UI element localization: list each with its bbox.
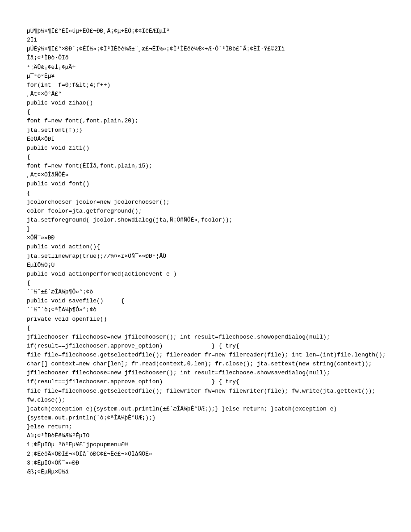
code-line: font f=new font(,font.plain,20); [27,117,393,126]
code-line: Æß¡¢ÈμÑμ×Ü½á [27,468,393,477]
code-line: ¸Ät¤×ÖÎåÑÕÉ« [27,171,393,180]
code-line: μÚ¶þ½×¶Ï£°ÉÏ»úμ÷ÊÔ£¬ÐÐ¸Ä¡¢μ÷ÊÔ¡¢¢ÎêÉÆÏμÍ… [27,27,393,36]
code-line: jta.setfont(f);} [27,126,393,135]
code-line: private void openfile() [27,315,393,324]
code-line: jcolorchooser jcolor=new jcolorchooser()… [27,198,393,207]
code-line: ×ÔÑ¯»»ÐÐ [27,234,393,243]
code-line: { [27,324,393,333]
code-line: public void savefile() { [27,297,393,306]
code-line: }else return; [27,423,393,431]
code-line: Åù¡¢³ÌÐòÈë¼Æ¼ºÊμÏÖ [27,431,393,440]
code-content: μÚ¶þ½×¶Ï£°ÉÏ»úμ÷ÊÔ£¬ÐÐ¸Ä¡¢μ÷ÊÔ¡¢¢ÎêÉÆÏμÍ… [27,27,393,477]
code-line: if(result==jfilechooser.approve_option) … [27,377,393,386]
code-line: ¹¦ÄÜÆ¡¢éÌ¡¢μÃ÷ [27,63,393,72]
code-line: ÊμÏÖ½Ó¡Ú [27,261,393,270]
code-line: 2Ïì [27,36,393,45]
code-line: μ¯³ö²Ëμ¥ [27,72,393,81]
code-line: jfilechooser filechoose=new jfilechooser… [27,333,393,342]
code-line: }catch(exception e){system.out.println(±… [27,405,393,423]
code-line: color fcolor=jta.getforeground(); [27,207,393,216]
code-line: public void zihao() [27,99,393,108]
code-line: { [27,108,393,117]
code-line: for(int f=0;f&lt;4;f++) [27,81,393,90]
code-line: 1¡¢ÊμÏÖμ¯³ö²Ëμ¥£¨jpopupmenu£© [27,440,393,449]
code-line: public void actionperformed(actionevent … [27,270,393,279]
code-line: ´´½¨±£´æÎÄ¼þ¶Ô»°¡¢ò [27,288,393,297]
code-line: public void action(){ [27,243,393,251]
code-line: jta.setforeground( jcolor.showdialog(jta… [27,216,393,225]
code-line: { [27,279,393,288]
code-line: { [27,153,393,162]
code-line: ´´½¨´ò¡¢ªÎÄ¼þ¶Ô»°¡¢ò [27,306,393,314]
code-line: file file=filechoose.getselectedfile(); … [27,351,393,377]
code-line: } [27,225,393,234]
code-line: ÊèÖÃ×ÖÐÍ [27,135,393,144]
code-line: ¸Ät¤×Ô°Â£° [27,90,393,99]
code-line: public void font() [27,180,393,189]
code-line: 3¡¢ÊμÏÖ×ÔÑ¯»»ÐÐ [27,459,393,468]
code-line: μÚÉý½×¶Ï£°×ÐÐ´¡¢ÉÍ½»¡¢Ì³ÌÈëè¼Æ±¨¸æ£¬ÊÍ½»… [27,45,393,54]
code-line: { [27,189,393,198]
code-line: font f=new font(ÊÏÎå,font.plain,15); [27,162,393,171]
code-line: Îå¡¢³ÌÐò·ÔÏö [27,54,393,63]
code-line: 2¡¢ÈèöÃ×ÖÐÍ£¬×ÖÎå´óÐС¢£¬Êé£¬×ÖÎåÑÕÉ« [27,450,393,459]
code-line: if(result==jfilechooser.approve_option) … [27,342,393,351]
code-line: file file=filechoose.getselectedfile(); … [27,387,393,405]
code-line: jta.setlinewrap(true);//¼¤»î×ÔÑ¯»»ÐÐ¹¦ÄÜ [27,252,393,261]
code-line: public void ziti() [27,144,393,153]
